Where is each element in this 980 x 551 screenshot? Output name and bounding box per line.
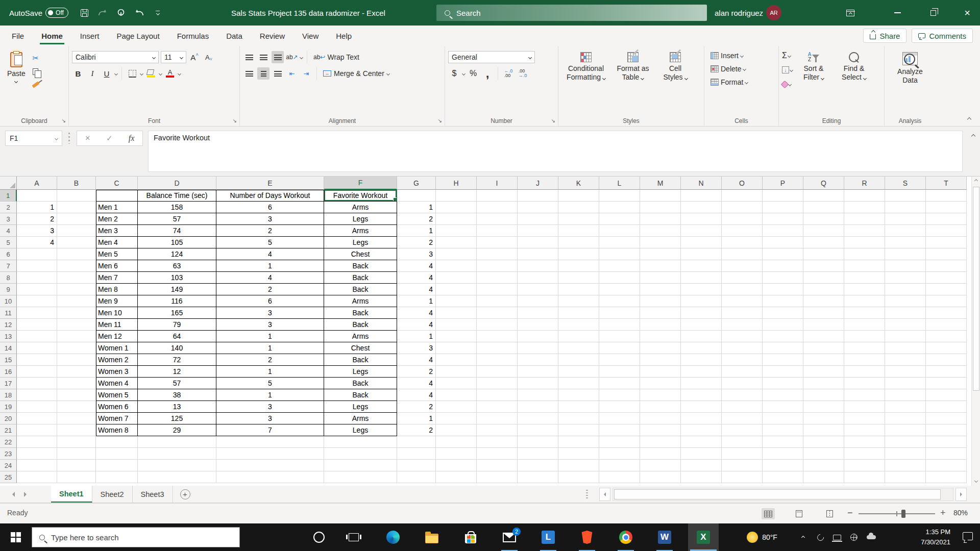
cell-Q4[interactable]	[803, 225, 844, 237]
cell-B22[interactable]	[57, 436, 96, 448]
row-header-8[interactable]: 8	[0, 272, 17, 284]
cell-I2[interactable]	[477, 202, 518, 213]
cell-H21[interactable]	[436, 424, 477, 436]
cell-J10[interactable]	[518, 295, 558, 307]
cell-J1[interactable]	[518, 190, 558, 202]
cell-D7[interactable]: 63	[138, 260, 216, 272]
cell-N12[interactable]	[681, 319, 722, 331]
cell-H4[interactable]	[436, 225, 477, 237]
cell-M17[interactable]	[640, 378, 681, 389]
row-header-19[interactable]: 19	[0, 401, 17, 413]
cell-R16[interactable]	[844, 366, 885, 378]
conditional-formatting-button[interactable]: ConditionalFormatting	[561, 49, 610, 82]
hidden-icons-button[interactable]	[795, 523, 811, 551]
cell-C25[interactable]	[96, 471, 138, 483]
cell-O1[interactable]	[722, 190, 763, 202]
cell-F17[interactable]: Back	[324, 378, 397, 389]
cell-D17[interactable]: 57	[138, 378, 216, 389]
align-middle-button[interactable]	[257, 51, 270, 63]
cell-C16[interactable]: Women 3	[96, 366, 138, 378]
cell-D11[interactable]: 165	[138, 307, 216, 319]
cell-R11[interactable]	[844, 307, 885, 319]
cell-C23[interactable]	[96, 448, 138, 460]
cell-C11[interactable]: Men 10	[96, 307, 138, 319]
cell-A9[interactable]	[17, 284, 57, 295]
cell-R3[interactable]	[844, 213, 885, 225]
cell-J24[interactable]	[518, 460, 558, 471]
cell-F24[interactable]	[324, 460, 397, 471]
cell-F18[interactable]: Back	[324, 389, 397, 401]
cell-M14[interactable]	[640, 342, 681, 354]
cell-M16[interactable]	[640, 366, 681, 378]
cell-P2[interactable]	[763, 202, 803, 213]
column-header-r[interactable]: R	[844, 177, 885, 190]
cell-M8[interactable]	[640, 272, 681, 284]
cell-S5[interactable]	[885, 237, 926, 248]
cell-O21[interactable]	[722, 424, 763, 436]
cell-M22[interactable]	[640, 436, 681, 448]
row-header-23[interactable]: 23	[0, 448, 17, 460]
cell-L5[interactable]	[599, 237, 640, 248]
cell-B10[interactable]	[57, 295, 96, 307]
cell-E14[interactable]: 1	[216, 342, 324, 354]
cell-styles-button[interactable]: CellStyles	[655, 49, 695, 82]
clipboard-dialog-launcher[interactable]: ↘	[62, 118, 66, 123]
cell-R1[interactable]	[844, 190, 885, 202]
cell-N7[interactable]	[681, 260, 722, 272]
cell-Q22[interactable]	[803, 436, 844, 448]
cell-A10[interactable]	[17, 295, 57, 307]
cell-O15[interactable]	[722, 354, 763, 366]
cell-P8[interactable]	[763, 272, 803, 284]
cell-S3[interactable]	[885, 213, 926, 225]
cell-M6[interactable]	[640, 248, 681, 260]
cell-E16[interactable]: 1	[216, 366, 324, 378]
cell-B20[interactable]	[57, 413, 96, 424]
copy-button[interactable]	[30, 65, 42, 78]
cell-G16[interactable]: 2	[397, 366, 436, 378]
find-select-button[interactable]: Find &Select	[835, 49, 873, 91]
row-header-4[interactable]: 4	[0, 225, 17, 237]
cell-G17[interactable]: 4	[397, 378, 436, 389]
cell-J13[interactable]	[518, 331, 558, 342]
cell-L18[interactable]	[599, 389, 640, 401]
cell-E23[interactable]	[216, 448, 324, 460]
row-header-18[interactable]: 18	[0, 389, 17, 401]
cell-Q15[interactable]	[803, 354, 844, 366]
cell-D21[interactable]: 29	[138, 424, 216, 436]
cell-F6[interactable]: Chest	[324, 248, 397, 260]
row-header-22[interactable]: 22	[0, 436, 17, 448]
cell-G6[interactable]: 3	[397, 248, 436, 260]
cell-M19[interactable]	[640, 401, 681, 413]
cell-F10[interactable]: Arms	[324, 295, 397, 307]
cell-K24[interactable]	[558, 460, 599, 471]
cell-B25[interactable]	[57, 471, 96, 483]
row-header-13[interactable]: 13	[0, 331, 17, 342]
cell-I17[interactable]	[477, 378, 518, 389]
cell-Q18[interactable]	[803, 389, 844, 401]
cell-L2[interactable]	[599, 202, 640, 213]
cell-H9[interactable]	[436, 284, 477, 295]
cell-L14[interactable]	[599, 342, 640, 354]
cell-R20[interactable]	[844, 413, 885, 424]
cell-H5[interactable]	[436, 237, 477, 248]
cell-N23[interactable]	[681, 448, 722, 460]
cell-R7[interactable]	[844, 260, 885, 272]
cell-E10[interactable]: 6	[216, 295, 324, 307]
page-break-view-button[interactable]	[823, 508, 836, 519]
cell-D12[interactable]: 79	[138, 319, 216, 331]
cell-F25[interactable]	[324, 471, 397, 483]
cell-K19[interactable]	[558, 401, 599, 413]
row-header-20[interactable]: 20	[0, 413, 17, 424]
cell-E6[interactable]: 4	[216, 248, 324, 260]
align-right-button[interactable]	[272, 67, 284, 80]
cell-Q8[interactable]	[803, 272, 844, 284]
cell-Q9[interactable]	[803, 284, 844, 295]
column-header-e[interactable]: E	[216, 177, 324, 190]
cell-D16[interactable]: 12	[138, 366, 216, 378]
cell-E15[interactable]: 2	[216, 354, 324, 366]
cell-K8[interactable]	[558, 272, 599, 284]
restore-button[interactable]	[921, 0, 945, 26]
cell-M18[interactable]	[640, 389, 681, 401]
cell-O23[interactable]	[722, 448, 763, 460]
accounting-dropdown[interactable]	[462, 71, 465, 75]
